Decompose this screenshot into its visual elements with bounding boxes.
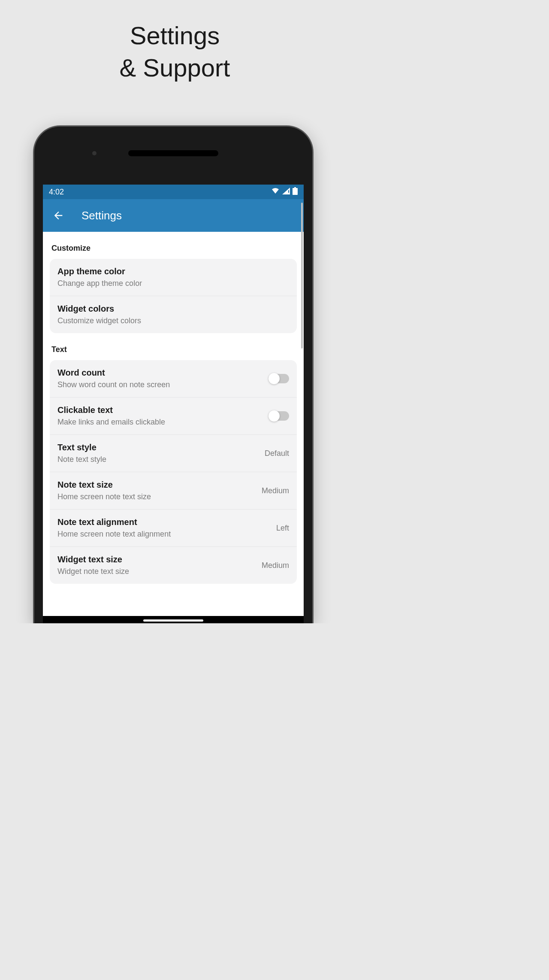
setting-title: Widget colors <box>57 304 289 314</box>
phone-camera <box>92 151 97 155</box>
app-bar-title: Settings <box>81 209 122 222</box>
setting-text-style[interactable]: Text style Note text style Default <box>50 435 297 472</box>
battery-icon <box>293 187 298 197</box>
status-icons <box>271 187 298 197</box>
text-card: Word count Show word count on note scree… <box>50 360 297 584</box>
setting-subtitle: Show word count on note screen <box>57 380 263 389</box>
setting-subtitle: Customize widget colors <box>57 316 289 325</box>
setting-title: Text style <box>57 443 259 452</box>
setting-value: Left <box>276 524 289 533</box>
phone-frame: 4:02 Settings Customize <box>34 127 312 623</box>
phone-speaker <box>128 150 218 156</box>
section-header-customize: Customize <box>50 232 297 259</box>
marketing-headline: Settings & Support <box>0 0 350 84</box>
setting-widget-text-size[interactable]: Widget text size Widget note text size M… <box>50 547 297 584</box>
svg-rect-0 <box>288 190 289 193</box>
back-button[interactable] <box>52 209 64 221</box>
phone-screen: 4:02 Settings Customize <box>43 185 304 616</box>
scrollbar[interactable] <box>301 232 303 349</box>
setting-subtitle: Home screen note text size <box>57 492 256 501</box>
setting-subtitle: Home screen note text alignment <box>57 530 271 539</box>
setting-widget-colors[interactable]: Widget colors Customize widget colors <box>50 296 297 333</box>
setting-title: Widget text size <box>57 555 256 564</box>
setting-subtitle: Note text style <box>57 455 259 464</box>
section-header-text: Text <box>50 333 297 360</box>
signal-icon <box>282 188 290 197</box>
setting-subtitle: Widget note text size <box>57 567 256 576</box>
setting-subtitle: Make links and emails clickable <box>57 418 263 427</box>
status-time: 4:02 <box>49 188 64 197</box>
setting-word-count[interactable]: Word count Show word count on note scree… <box>50 360 297 397</box>
svg-rect-1 <box>293 188 298 195</box>
headline-line1: Settings <box>0 19 350 52</box>
nav-handle[interactable] <box>143 619 203 622</box>
wifi-icon <box>271 188 280 197</box>
toggle-clickable-text[interactable] <box>268 411 289 421</box>
settings-content[interactable]: Customize App theme color Change app the… <box>43 232 304 616</box>
setting-app-theme-color[interactable]: App theme color Change app theme color <box>50 259 297 296</box>
toggle-word-count[interactable] <box>268 374 289 383</box>
setting-clickable-text[interactable]: Clickable text Make links and emails cli… <box>50 397 297 435</box>
setting-title: Note text size <box>57 480 256 490</box>
setting-subtitle: Change app theme color <box>57 279 289 288</box>
setting-note-text-size[interactable]: Note text size Home screen note text siz… <box>50 472 297 510</box>
setting-value: Default <box>265 449 289 458</box>
setting-title: App theme color <box>57 267 289 276</box>
headline-line2: & Support <box>0 52 350 84</box>
setting-title: Clickable text <box>57 405 263 415</box>
customize-card: App theme color Change app theme color W… <box>50 259 297 333</box>
setting-value: Medium <box>262 561 289 570</box>
setting-note-text-alignment[interactable]: Note text alignment Home screen note tex… <box>50 510 297 547</box>
setting-value: Medium <box>262 486 289 495</box>
navigation-bar <box>43 616 304 623</box>
svg-rect-2 <box>294 187 296 188</box>
setting-title: Word count <box>57 368 263 378</box>
app-bar: Settings <box>43 199 304 232</box>
arrow-back-icon <box>52 209 64 221</box>
setting-title: Note text alignment <box>57 517 271 527</box>
status-bar: 4:02 <box>43 185 304 199</box>
